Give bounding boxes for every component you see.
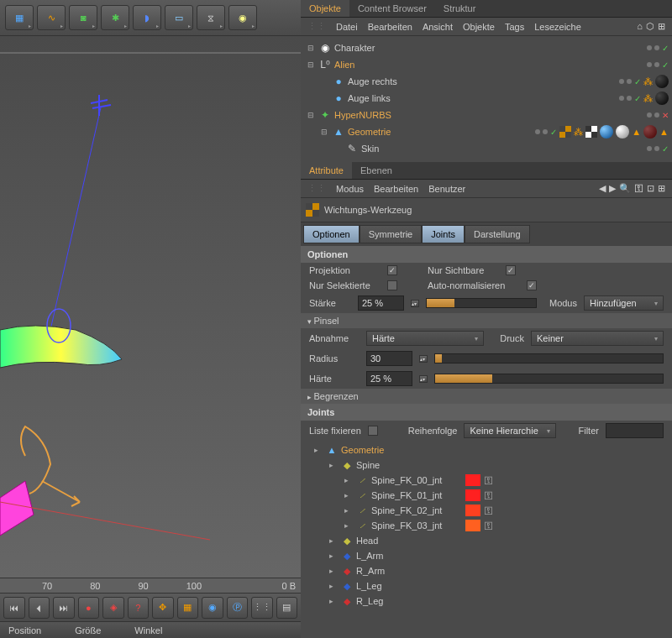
hardness-slider[interactable] [434,374,664,384]
timeline-move-button[interactable]: ✥ [152,597,174,619]
timeline-misc-button[interactable]: ▤ [276,597,298,619]
visible-only-checkbox[interactable]: ✓ [506,265,516,275]
lock-icon[interactable]: ⚿ [484,490,493,500]
nurbs-icon[interactable]: ◙ [69,5,97,30]
auto-normalize-checkbox[interactable]: ✓ [527,280,537,290]
joint-label[interactable]: R_Leg [356,596,383,606]
joint-row[interactable]: ▸◆Spine [302,458,670,473]
joint-label[interactable]: Spine_FK_02_jnt [371,505,442,515]
object-label[interactable]: Auge rechts [348,76,397,86]
fold-icon[interactable]: ⊞ [658,183,665,194]
expander-icon[interactable]: ⊟ [321,128,329,136]
lock-icon[interactable]: ⚿ [484,475,493,485]
joint-label[interactable]: Spine_FK_01_jnt [371,490,442,500]
back-icon[interactable]: ◀ [599,183,606,194]
tab-content-browser[interactable]: Content Browser [349,0,435,17]
expander-icon[interactable]: ▸ [344,506,353,515]
camera-icon[interactable]: ⧖ [197,5,225,30]
expander-icon[interactable]: ▸ [329,582,338,590]
lock-icon[interactable]: ⚿ [634,183,643,194]
timeline-select-button[interactable]: ◉ [202,597,223,619]
subtab-symmetrie[interactable]: Symmetrie [360,225,423,243]
tab-ebenen[interactable]: Ebenen [352,162,401,179]
home-icon[interactable]: ⌂ [637,21,643,32]
joint-label[interactable]: L_Leg [356,581,382,591]
joint-row[interactable]: ▸⟋Spine_FK_01_jnt⚿ [302,488,670,503]
object-label[interactable]: Alien [334,60,354,70]
viewport[interactable] [0,36,301,578]
expander-icon[interactable]: ▸ [329,597,338,605]
object-tree[interactable]: ⊟◉Charakter✓⊟L⁰Alien✓●Auge rechts✓⁂●Auge… [301,36,672,162]
expander-icon[interactable]: ▸ [329,567,338,575]
forward-icon[interactable]: ▶ [609,183,616,194]
menu-tags[interactable]: Tags [505,22,524,32]
tree-row[interactable]: ⊟◉Charakter✓ [304,39,669,56]
joint-row[interactable]: ▸▲Geometrie [302,442,670,458]
expander-icon[interactable]: ▸ [329,552,338,560]
tab-struktur[interactable]: Struktur [435,0,485,17]
tree-row[interactable]: ●Auge links✓⁂ [304,90,669,107]
tags[interactable]: ✓ [647,144,669,154]
tags[interactable]: ✓⁂ [619,75,669,88]
menu-lesezeiche[interactable]: Lesezeiche [534,22,581,32]
joint-row[interactable]: ▸⟋Spine_FK_00_jnt⚿ [302,473,670,488]
object-label[interactable]: Skin [361,144,379,154]
menu-ansicht[interactable]: Ansicht [423,22,453,32]
joint-row[interactable]: ▸⟋Spine_FK_02_jnt⚿ [302,503,670,518]
joint-row[interactable]: ▸◆R_Arm [302,563,670,578]
object-label[interactable]: Charakter [334,43,375,53]
expander-icon[interactable]: ⊟ [307,44,316,52]
joint-label[interactable]: Spine_FK_00_jnt [371,475,442,485]
timeline-prev-button[interactable]: ⏴ [29,597,50,619]
color-swatch[interactable] [465,505,480,516]
timeline-key-button[interactable]: ◈ [102,597,124,619]
expander-icon[interactable]: ▸ [344,491,353,499]
tree-row[interactable]: ●Auge rechts✓⁂ [304,73,669,90]
joint-label[interactable]: Spine_FK_03_jnt [371,520,442,531]
menu-benutzer[interactable]: Benutzer [428,184,465,194]
color-swatch[interactable] [465,489,480,501]
joint-label[interactable]: Head [356,536,378,546]
object-label[interactable]: Auge links [348,93,391,103]
joint-row[interactable]: ▸⟋Spine_FK_03_jnt⚿ [302,518,670,533]
joints-list[interactable]: ▸▲Geometrie▸◆Spine▸⟋Spine_FK_00_jnt⚿▸⟋Sp… [301,441,672,638]
subtab-darstellung[interactable]: Darstellung [465,225,530,243]
tags[interactable]: ✓⁂▲▲ [535,125,669,139]
menu-datei[interactable]: Datei [336,22,358,32]
tags[interactable]: ✕ [647,111,669,120]
joint-label[interactable]: L_Arm [356,551,383,561]
joint-row[interactable]: ▸◆Head [302,533,670,548]
spinner[interactable]: ▴▾ [419,375,428,383]
subtab-optionen[interactable]: Optionen [303,225,360,243]
lock-icon[interactable]: ⚿ [484,520,493,531]
deformer-icon[interactable]: ◗ [133,5,161,30]
joint-label[interactable]: Geometrie [341,445,384,455]
timeline-first-button[interactable]: ⏮ [3,597,25,619]
view-icon[interactable]: ⬡ [646,21,654,32]
falloff-dropdown[interactable]: Härte [366,331,484,346]
tree-row[interactable]: ⊟✦HyperNURBS✕ [304,107,669,123]
tab-attribute[interactable]: Attribute [301,162,352,179]
strength-input[interactable] [358,295,404,311]
joint-row[interactable]: ▸◆L_Arm [302,548,670,563]
tags[interactable]: ✓ [647,60,669,70]
strength-slider[interactable] [426,298,537,308]
subtab-joints[interactable]: Joints [422,225,465,243]
timeline-last-button[interactable]: ⏭ [53,597,75,619]
timeline-record-button[interactable]: ● [78,597,100,619]
brush-section[interactable]: Pinsel [301,313,672,328]
expander-icon[interactable]: ▸ [344,521,353,530]
pressure-dropdown[interactable]: Keiner [531,331,664,346]
timeline-play-button[interactable]: Ⓟ [227,597,249,619]
expander-icon[interactable]: ▸ [329,536,338,545]
floor-icon[interactable]: ▭ [165,5,193,30]
fix-list-checkbox[interactable] [368,426,378,436]
limit-section[interactable]: Begrenzen [301,389,672,404]
radius-slider[interactable] [434,353,664,363]
timeline-ruler[interactable]: 7080901000 B [0,578,301,593]
joint-label[interactable]: Spine [356,460,380,470]
selected-only-checkbox[interactable] [387,280,397,290]
spinner[interactable]: ▴▾ [411,300,419,307]
order-dropdown[interactable]: Keine Hierarchie [464,423,556,438]
tree-row[interactable]: ✎Skin✓ [304,140,669,157]
